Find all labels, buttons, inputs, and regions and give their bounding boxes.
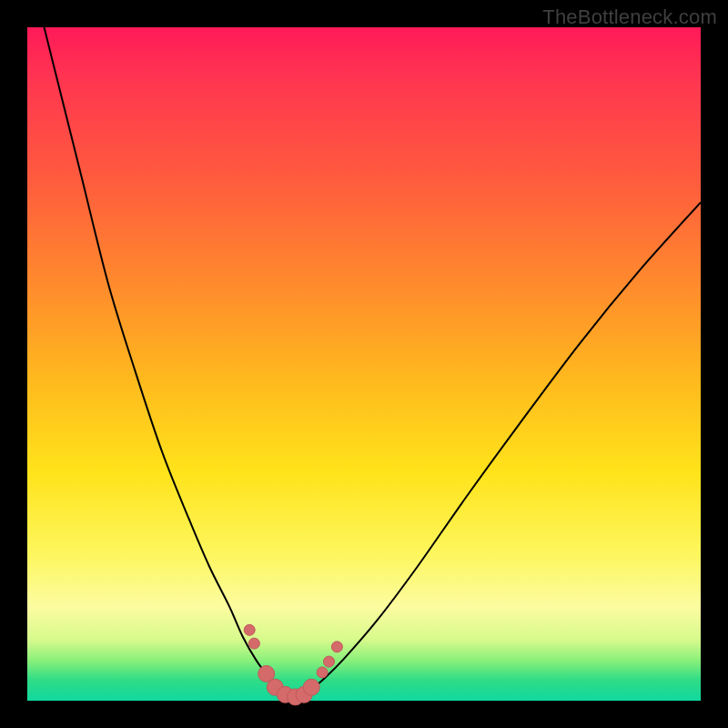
data-marker (303, 679, 319, 695)
curve-left-branch (45, 27, 280, 691)
curve-layer (27, 27, 701, 701)
data-marker (324, 656, 335, 667)
watermark-text: TheBottleneck.com (542, 5, 717, 29)
data-marker (248, 638, 259, 649)
data-marker (244, 624, 255, 635)
data-marker (317, 667, 328, 678)
chart-canvas: TheBottleneck.com (0, 0, 728, 728)
plot-area (27, 27, 701, 701)
data-marker (331, 642, 342, 652)
curve-right-branch (310, 202, 701, 691)
